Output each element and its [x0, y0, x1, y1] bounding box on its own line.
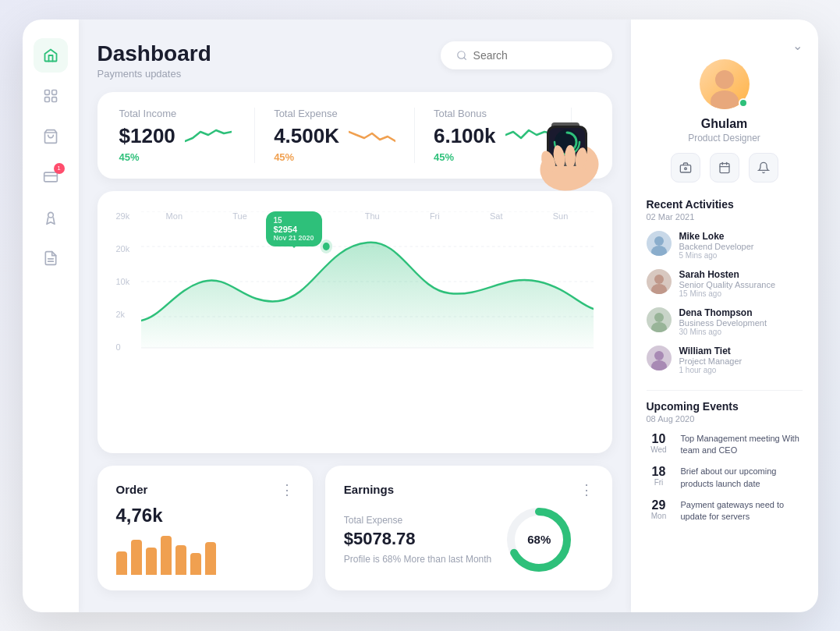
sparkline-income	[185, 124, 232, 147]
profile-action-notifications[interactable]	[749, 153, 778, 183]
event-day-1: 18	[652, 466, 666, 478]
sidebar-item-analytics[interactable]	[34, 79, 68, 113]
svg-point-48	[654, 351, 664, 360]
event-text-0: Top Management meeting With team and CEO	[681, 433, 803, 457]
activity-item-1: Sarah Hosten Senior Quality Assurance 15…	[647, 269, 803, 298]
mini-bar-2	[131, 540, 142, 575]
svg-rect-36	[680, 165, 690, 172]
sidebar-item-shopping[interactable]	[34, 119, 68, 154]
event-day-0: 10	[652, 433, 666, 445]
activity-info-3: William Tiet Project Manager 1 hour ago	[679, 346, 803, 374]
activity-avatar-2	[647, 307, 672, 332]
activity-item-2: Dena Thompson Business Development 30 Mi…	[647, 307, 803, 336]
svg-rect-3	[51, 97, 56, 101]
stat-expense: Total Expense 4.500K 45%	[274, 108, 415, 163]
sidebar-item-cards[interactable]: 1	[34, 160, 68, 194]
avatar-wrapper	[700, 59, 750, 109]
event-text-1: Brief about our upcoming products launch…	[681, 466, 803, 490]
event-item-1: 18 Fri Brief about our upcoming products…	[647, 466, 803, 490]
order-card-title: Order	[116, 483, 148, 496]
badge: 1	[54, 163, 65, 174]
svg-point-31	[320, 239, 332, 253]
event-text-2: Payment gateways need to update for serv…	[681, 499, 803, 523]
sidebar-item-home[interactable]	[34, 38, 68, 73]
svg-rect-0	[44, 90, 49, 94]
profile-action-calendar[interactable]	[710, 153, 739, 183]
mini-bar-6	[190, 553, 201, 575]
order-card: Order ⋮ 4,76k	[97, 466, 313, 590]
activity-info-2: Dena Thompson Business Development 30 Mi…	[679, 307, 803, 336]
search-icon	[456, 49, 467, 62]
order-menu-icon[interactable]: ⋮	[280, 481, 294, 498]
divider	[647, 390, 803, 391]
sidebar-item-rewards[interactable]	[34, 200, 68, 235]
event-weekday-1: Fri	[654, 478, 664, 487]
sidebar: 1	[23, 19, 79, 612]
earnings-sublabel: Total Expense	[344, 515, 491, 526]
stat-income-percent: 45%	[119, 151, 236, 163]
svg-point-22	[565, 145, 576, 168]
profile-actions	[671, 153, 778, 183]
stat-expense-percent: 45%	[274, 151, 395, 163]
smartwatch-illustration	[519, 93, 620, 194]
donut-chart: 68%	[504, 505, 574, 575]
profile-role: Product Designer	[688, 133, 760, 144]
activity-name-1: Sarah Hosten	[679, 269, 803, 280]
activity-name-2: Dena Thompson	[679, 307, 803, 318]
page-subtitle: Payments updates	[97, 68, 211, 80]
activity-item-3: William Tiet Project Manager 1 hour ago	[647, 346, 803, 374]
area-chart-svg	[141, 211, 594, 352]
stat-expense-label: Total Expense	[274, 108, 395, 119]
earnings-card-title: Earnings	[344, 483, 394, 496]
event-day-2: 29	[652, 499, 666, 512]
stat-expense-value: 4.500K	[274, 124, 395, 148]
activity-info-1: Sarah Hosten Senior Quality Assurance 15…	[679, 269, 803, 298]
header: Dashboard Payments updates	[97, 41, 612, 80]
svg-point-34	[715, 70, 734, 89]
activity-avatar-0	[647, 231, 672, 256]
profile-section: ⌄ Ghulam Product Designer	[647, 38, 803, 183]
event-weekday-2: Mon	[651, 512, 666, 520]
earnings-menu-icon[interactable]: ⋮	[579, 481, 594, 498]
event-date-0: 10 Wed	[647, 433, 672, 454]
search-bar[interactable]	[441, 41, 612, 69]
tooltip-value: $2954	[274, 225, 314, 234]
upcoming-events-title: Upcoming Events	[647, 400, 803, 413]
donut-label: 68%	[504, 505, 574, 575]
svg-point-47	[651, 322, 667, 332]
earnings-text: Total Expense $5078.78 Profile is 68% Mo…	[344, 515, 491, 565]
activity-item-0: Mike Loke Backend Developer 5 Mins ago	[647, 231, 803, 260]
sidebar-item-documents[interactable]	[34, 241, 68, 275]
chart-tooltip: 15 $2954 Nov 21 2020	[266, 211, 322, 246]
stat-income-value: $1200	[119, 124, 236, 148]
stat-income: Total Income $1200 45%	[119, 108, 256, 163]
online-indicator	[739, 98, 748, 108]
stats-row: Total Income $1200 45% Total Expense 4.5…	[97, 92, 612, 179]
svg-rect-38	[720, 163, 729, 172]
mini-bar-1	[116, 551, 127, 575]
search-input[interactable]	[473, 49, 597, 62]
chevron-down-icon[interactable]: ⌄	[792, 38, 803, 53]
profile-action-wallet[interactable]	[671, 153, 700, 183]
activity-role-3: Project Manager	[679, 356, 803, 366]
svg-point-7	[48, 212, 53, 218]
chart-area: 15 $2954 Nov 21 2020	[141, 211, 594, 352]
earnings-card-header: Earnings ⋮	[344, 481, 594, 498]
svg-point-45	[651, 284, 667, 294]
earnings-inner: Total Expense $5078.78 Profile is 68% Mo…	[344, 505, 594, 575]
svg-rect-5	[44, 172, 57, 182]
activity-name-0: Mike Loke	[679, 231, 803, 242]
mini-bar-3	[146, 548, 157, 575]
tooltip-date: Nov 21 2020	[274, 234, 314, 242]
activity-time-1: 15 Mins ago	[679, 289, 803, 298]
upcoming-events-date: 08 Aug 2020	[647, 414, 803, 424]
activity-role-0: Backend Developer	[679, 242, 803, 251]
earnings-card: Earnings ⋮ Total Expense $5078.78 Profil…	[325, 466, 612, 590]
svg-point-37	[684, 168, 686, 170]
stat-income-label: Total Income	[119, 108, 236, 119]
chart-wrapper: 29k 20k 10k 2k 0 15 $2954 Nov 21 2020	[116, 211, 594, 367]
profile-top: ⌄	[647, 38, 803, 53]
svg-line-11	[463, 57, 466, 59]
mini-bar-7	[205, 542, 216, 575]
svg-rect-1	[51, 90, 56, 94]
